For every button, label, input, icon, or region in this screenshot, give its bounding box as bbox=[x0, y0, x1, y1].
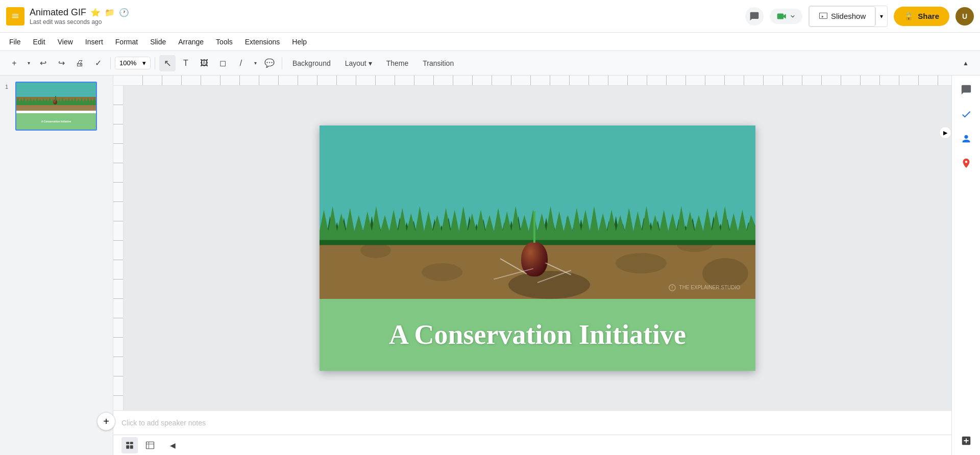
svg-rect-3 bbox=[12, 17, 19, 17]
ruler-horizontal bbox=[113, 75, 951, 86]
zoom-value: 100% bbox=[119, 59, 136, 67]
slide-canvas-wrapper[interactable]: THE EXPLAINER STUDIO A Conservation Init… bbox=[124, 86, 951, 410]
layout-chevron: ▾ bbox=[369, 59, 372, 67]
title-right-actions: Slideshow ▾ 🔒 Share U bbox=[745, 6, 974, 27]
slide-bottom-band: A Conservation Initiative bbox=[320, 299, 755, 371]
comment-tool[interactable]: 💬 bbox=[261, 55, 278, 71]
right-panel-collapse[interactable]: ▶ bbox=[939, 127, 951, 139]
collapse-panel-btn[interactable]: ◀ bbox=[164, 437, 181, 453]
svg-rect-2 bbox=[12, 15, 19, 16]
sidebar-people-button[interactable] bbox=[956, 129, 976, 149]
layout-label: Layout bbox=[345, 59, 366, 67]
bottom-bar: ◀ bbox=[113, 435, 951, 455]
menu-edit[interactable]: Edit bbox=[28, 36, 51, 48]
svg-rect-9 bbox=[130, 445, 133, 449]
svg-rect-12 bbox=[149, 442, 149, 449]
image-tool[interactable]: 🖼 bbox=[196, 55, 212, 71]
menu-insert[interactable]: Insert bbox=[80, 36, 108, 48]
spelling-button[interactable]: ✓ bbox=[90, 55, 106, 71]
svg-rect-4 bbox=[777, 13, 783, 19]
print-button[interactable]: 🖨 bbox=[71, 55, 88, 71]
list-view-button[interactable] bbox=[142, 437, 158, 453]
line-dropdown[interactable]: ▾ bbox=[251, 55, 259, 71]
toolbar: + ▾ ↩ ↪ 🖨 ✓ 100% ▾ ↖ T 🖼 ◻ / ▾ 💬 Backgro… bbox=[0, 51, 980, 75]
slide-number-1: 1 bbox=[5, 84, 12, 90]
transition-button[interactable]: Transition bbox=[416, 56, 460, 70]
slide-thumbnail-1[interactable]: 1 A Conservation Initiative bbox=[2, 80, 111, 133]
svg-rect-1 bbox=[12, 14, 19, 14]
user-avatar[interactable]: U bbox=[955, 7, 974, 26]
add-dropdown[interactable]: ▾ bbox=[24, 55, 33, 71]
ruler-vertical bbox=[113, 86, 124, 410]
zoom-chevron: ▾ bbox=[142, 59, 146, 67]
grid-view-button[interactable] bbox=[121, 437, 138, 453]
svg-rect-5 bbox=[819, 13, 827, 18]
undo-button[interactable]: ↩ bbox=[35, 55, 51, 71]
line-tool[interactable]: / bbox=[233, 55, 249, 71]
svg-rect-6 bbox=[126, 442, 129, 444]
sidebar-comments-button[interactable] bbox=[956, 80, 976, 100]
add-slide-button[interactable]: + bbox=[97, 412, 115, 431]
slide-main[interactable]: THE EXPLAINER STUDIO A Conservation Init… bbox=[320, 125, 755, 371]
soil-patch-2 bbox=[422, 263, 462, 281]
canvas-area: THE EXPLAINER STUDIO A Conservation Init… bbox=[113, 75, 951, 455]
soil-dark-area bbox=[508, 271, 590, 299]
menu-file[interactable]: File bbox=[4, 36, 26, 48]
history-icon[interactable]: 🕐 bbox=[119, 8, 129, 17]
thumb-title: A Conservation Initiative bbox=[41, 120, 71, 123]
slide-sprout-stem bbox=[533, 211, 535, 243]
shapes-tool[interactable]: ◻ bbox=[214, 55, 231, 71]
main-area: 1 A Conservation Initiative bbox=[0, 75, 980, 455]
cursor-tool[interactable]: ↖ bbox=[159, 55, 176, 71]
slideshow-chevron[interactable]: ▾ bbox=[875, 8, 887, 25]
text-tool[interactable]: T bbox=[178, 55, 194, 71]
menu-slide[interactable]: Slide bbox=[145, 36, 171, 48]
chat-button[interactable] bbox=[745, 7, 764, 26]
sidebar-tasks-button[interactable] bbox=[956, 104, 976, 124]
menu-tools[interactable]: Tools bbox=[211, 36, 238, 48]
svg-rect-8 bbox=[126, 445, 129, 449]
sidebar-add-button[interactable] bbox=[956, 431, 976, 451]
star-icon[interactable]: ⭐ bbox=[90, 8, 101, 17]
watermark-text: THE EXPLAINER STUDIO bbox=[679, 285, 740, 290]
layout-button[interactable]: Layout ▾ bbox=[339, 56, 378, 70]
slideshow-button[interactable]: Slideshow bbox=[809, 6, 875, 27]
toolbar-separator-2 bbox=[155, 57, 155, 69]
menu-arrange[interactable]: Arrange bbox=[173, 36, 209, 48]
app-logo bbox=[6, 7, 24, 26]
add-button[interactable]: + bbox=[6, 55, 22, 71]
menu-bar: File Edit View Insert Format Slide Arran… bbox=[0, 33, 980, 51]
theme-button[interactable]: Theme bbox=[380, 56, 415, 70]
meet-button[interactable] bbox=[770, 9, 802, 24]
menu-format[interactable]: Format bbox=[110, 36, 143, 48]
slide-watermark: THE EXPLAINER STUDIO bbox=[668, 284, 740, 292]
ruler-v-container: THE EXPLAINER STUDIO A Conservation Init… bbox=[113, 86, 951, 410]
svg-rect-10 bbox=[146, 442, 154, 449]
slide-thumb-1[interactable]: A Conservation Initiative bbox=[15, 82, 97, 131]
notes-placeholder: Click to add speaker notes bbox=[121, 419, 206, 427]
last-edit-status: Last edit was seconds ago bbox=[30, 18, 745, 26]
slide-title[interactable]: A Conservation Initiative bbox=[389, 319, 686, 350]
folder-icon[interactable]: 📁 bbox=[105, 8, 115, 17]
menu-extensions[interactable]: Extensions bbox=[240, 36, 285, 48]
share-label: Share bbox=[918, 12, 939, 20]
zoom-control[interactable]: 100% ▾ bbox=[115, 57, 151, 69]
slideshow-wrapper: Slideshow ▾ bbox=[808, 6, 888, 27]
redo-button[interactable]: ↪ bbox=[53, 55, 69, 71]
soil-patch-3 bbox=[616, 253, 667, 273]
background-button[interactable]: Background bbox=[286, 56, 337, 70]
sidebar-maps-button[interactable] bbox=[956, 153, 976, 173]
lock-icon: 🔒 bbox=[904, 12, 914, 21]
ruler-h-content bbox=[124, 75, 951, 85]
document-title[interactable]: Animated GIF bbox=[30, 7, 86, 18]
menu-view[interactable]: View bbox=[53, 36, 78, 48]
collapse-panel-button[interactable]: ▲ bbox=[958, 55, 974, 71]
svg-rect-11 bbox=[146, 444, 154, 444]
slides-panel: 1 A Conservation Initiative bbox=[0, 75, 113, 455]
notes-area[interactable]: Click to add speaker notes bbox=[113, 410, 951, 435]
share-button[interactable]: 🔒 Share bbox=[894, 7, 949, 26]
right-sidebar bbox=[951, 75, 980, 455]
toolbar-separator-3 bbox=[282, 57, 282, 69]
menu-help[interactable]: Help bbox=[287, 36, 312, 48]
doc-title-row: Animated GIF ⭐ 📁 🕐 bbox=[30, 7, 745, 18]
